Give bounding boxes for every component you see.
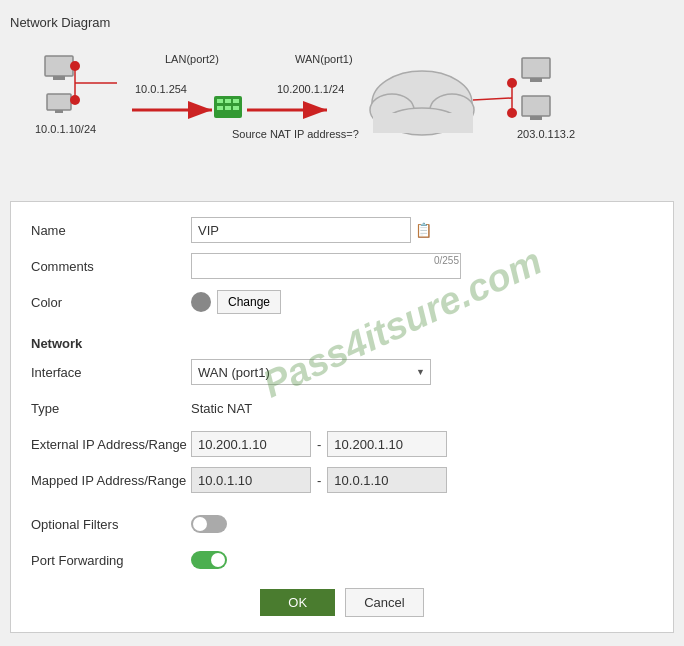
form-section: Name 📋 Comments 0/255 Color Change Netwo… xyxy=(10,201,674,633)
change-color-button[interactable]: Change xyxy=(217,290,281,314)
diagram-title: Network Diagram xyxy=(10,15,674,30)
svg-rect-22 xyxy=(233,106,239,110)
svg-rect-18 xyxy=(225,99,231,103)
color-swatch-icon xyxy=(191,292,211,312)
ext-ip-from-input[interactable] xyxy=(191,431,311,457)
mapped-ip-range: - xyxy=(191,467,447,493)
svg-text:Source NAT IP address=?: Source NAT IP address=? xyxy=(232,128,359,140)
optional-filters-knob xyxy=(193,517,207,531)
comments-input[interactable] xyxy=(191,253,461,279)
optional-filters-label: Optional Filters xyxy=(31,517,191,532)
svg-rect-33 xyxy=(530,78,542,82)
svg-rect-17 xyxy=(217,99,223,103)
port-forwarding-row: Port Forwarding xyxy=(31,547,653,573)
interface-select[interactable]: WAN (port1) xyxy=(191,359,431,385)
port-forwarding-toggle[interactable] xyxy=(191,551,227,569)
svg-text:10.0.1.254: 10.0.1.254 xyxy=(135,83,187,95)
mapped-ip-to-input[interactable] xyxy=(327,467,447,493)
type-value: Static NAT xyxy=(191,401,252,416)
network-header: Network xyxy=(31,336,653,351)
ext-ip-to-input[interactable] xyxy=(327,431,447,457)
svg-text:10.0.1.10/24: 10.0.1.10/24 xyxy=(35,123,96,135)
name-wrapper: 📋 xyxy=(191,217,432,243)
port-forwarding-label: Port Forwarding xyxy=(31,553,191,568)
svg-rect-32 xyxy=(522,58,550,78)
button-row: OK Cancel xyxy=(31,588,653,617)
interface-row: Interface WAN (port1) xyxy=(31,359,653,385)
mapped-ip-row: Mapped IP Address/Range - xyxy=(31,467,653,493)
cancel-button[interactable]: Cancel xyxy=(345,588,423,617)
port-forwarding-knob xyxy=(211,553,225,567)
page-wrapper: Pass4itsure.com Network Diagram 10.0.1.1… xyxy=(0,0,684,646)
ext-ip-range: - xyxy=(191,431,447,457)
type-row: Type Static NAT xyxy=(31,395,653,421)
comments-wrapper: 0/255 xyxy=(191,253,461,279)
svg-rect-21 xyxy=(225,106,231,110)
network-diagram-svg: 10.0.1.10/24 LAN(port2) WAN(port1) 10.0.… xyxy=(10,38,674,178)
mapped-ip-from-input[interactable] xyxy=(191,467,311,493)
svg-rect-35 xyxy=(530,116,542,120)
name-info-icon: 📋 xyxy=(415,222,432,238)
type-label: Type xyxy=(31,401,191,416)
optional-filters-toggle[interactable] xyxy=(191,515,227,533)
svg-rect-3 xyxy=(55,110,63,113)
mapped-ip-label: Mapped IP Address/Range xyxy=(31,473,191,488)
ext-ip-label: External IP Address/Range xyxy=(31,437,191,452)
diagram-section: Network Diagram 10.0.1.10/24 LAN(port2) … xyxy=(10,10,674,191)
svg-text:203.0.113.2: 203.0.113.2 xyxy=(517,128,575,140)
interface-label: Interface xyxy=(31,365,191,380)
svg-rect-1 xyxy=(53,76,65,80)
mapped-ip-separator: - xyxy=(317,473,321,488)
svg-text:WAN(port1): WAN(port1) xyxy=(295,53,353,65)
name-row: Name 📋 xyxy=(31,217,653,243)
svg-rect-28 xyxy=(373,113,473,133)
ext-ip-separator: - xyxy=(317,437,321,452)
interface-select-wrapper: WAN (port1) xyxy=(191,359,431,385)
comments-row: Comments 0/255 xyxy=(31,253,653,279)
svg-text:LAN(port2): LAN(port2) xyxy=(165,53,219,65)
name-label: Name xyxy=(31,223,191,238)
ok-button[interactable]: OK xyxy=(260,589,335,616)
comments-count: 0/255 xyxy=(434,255,459,266)
comments-label: Comments xyxy=(31,259,191,274)
optional-filters-row: Optional Filters xyxy=(31,511,653,537)
svg-rect-34 xyxy=(522,96,550,116)
svg-rect-0 xyxy=(45,56,73,76)
svg-rect-19 xyxy=(233,99,239,103)
external-ip-row: External IP Address/Range - xyxy=(31,431,653,457)
svg-rect-2 xyxy=(47,94,71,110)
svg-text:10.200.1.1/24: 10.200.1.1/24 xyxy=(277,83,344,95)
svg-rect-20 xyxy=(217,106,223,110)
color-label: Color xyxy=(31,295,191,310)
name-input[interactable] xyxy=(191,217,411,243)
svg-line-36 xyxy=(473,98,512,100)
color-row: Color Change xyxy=(31,289,653,315)
